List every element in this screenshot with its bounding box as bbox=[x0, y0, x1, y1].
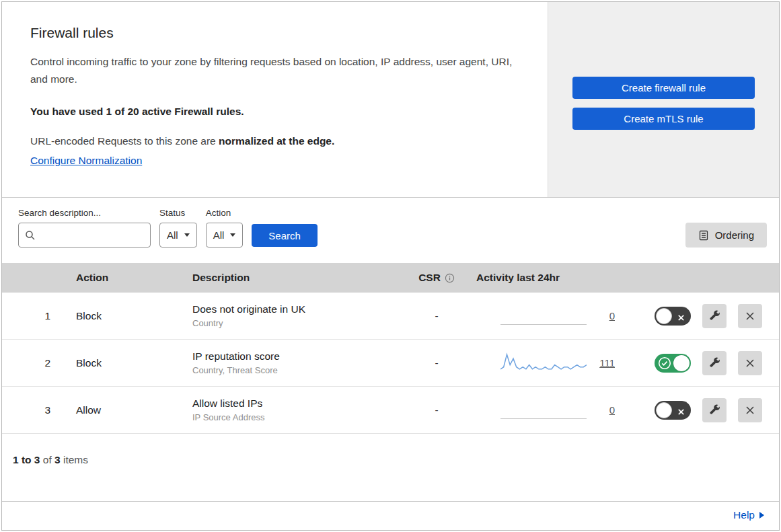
actions-panel: Create firewall rule Create mTLS rule bbox=[548, 2, 779, 197]
wrench-icon bbox=[709, 404, 720, 416]
firewall-rules-page: Firewall rules Control incoming traffic … bbox=[1, 1, 780, 531]
ordering-icon bbox=[698, 230, 709, 241]
x-icon bbox=[677, 406, 685, 418]
usage-summary: You have used 1 of 20 active Firewall ru… bbox=[30, 106, 519, 118]
status-filter-group: Status All bbox=[159, 208, 197, 248]
create-firewall-rule-button[interactable]: Create firewall rule bbox=[572, 77, 755, 99]
page-description: Control incoming traffic to your zone by… bbox=[30, 53, 519, 87]
rule-controls bbox=[632, 398, 779, 422]
page-title: Firewall rules bbox=[30, 25, 519, 41]
search-group: Search description... bbox=[18, 208, 151, 248]
rule-csr-value: - bbox=[400, 404, 474, 416]
wrench-icon bbox=[709, 357, 720, 369]
items-of-label: of bbox=[43, 454, 52, 465]
help-bar: Help bbox=[2, 501, 779, 530]
rule-description-text: Does not originate in UK bbox=[192, 303, 400, 315]
items-range: 1 to 3 bbox=[13, 454, 40, 465]
rule-priority: 2 bbox=[2, 357, 63, 369]
chevron-down-icon bbox=[230, 233, 235, 237]
csr-header-label: CSR bbox=[418, 272, 441, 284]
action-dropdown-value: All bbox=[213, 229, 225, 241]
status-label: Status bbox=[159, 208, 197, 218]
delete-rule-button[interactable] bbox=[738, 304, 762, 328]
rule-description: IP reputation score Country, Threat Scor… bbox=[179, 350, 400, 375]
activity-sparkline bbox=[500, 307, 587, 325]
description-column-header: Description bbox=[179, 272, 400, 284]
action-filter-group: Action All bbox=[206, 208, 244, 248]
activity-sparkline bbox=[500, 351, 587, 375]
action-label: Action bbox=[206, 208, 244, 218]
activity-count-link[interactable]: 0 bbox=[597, 404, 615, 416]
rule-criteria: Country bbox=[192, 318, 400, 328]
rule-criteria: IP Source Address bbox=[192, 412, 400, 422]
search-input[interactable] bbox=[40, 229, 144, 241]
normalization-prefix: URL-encoded Requests to this zone are bbox=[30, 135, 216, 147]
rule-priority: 1 bbox=[2, 310, 63, 322]
help-label: Help bbox=[733, 509, 755, 521]
info-icon[interactable] bbox=[445, 273, 455, 283]
filter-bar: Search description... Status All Action … bbox=[2, 198, 779, 263]
page-header-section: Firewall rules Control incoming traffic … bbox=[2, 2, 779, 198]
table-header-row: Action Description CSR Activity last 24h… bbox=[2, 263, 779, 293]
table-row: 1 Block Does not originate in UK Country… bbox=[2, 293, 779, 340]
rule-enabled-toggle[interactable] bbox=[655, 354, 691, 373]
search-button[interactable]: Search bbox=[252, 224, 318, 247]
edit-rule-button[interactable] bbox=[702, 351, 727, 375]
activity-sparkline bbox=[500, 402, 587, 419]
normalization-text: URL-encoded Requests to this zone are no… bbox=[30, 135, 519, 147]
action-dropdown[interactable]: All bbox=[206, 223, 244, 248]
wrench-icon bbox=[709, 310, 720, 321]
rule-csr-value: - bbox=[400, 310, 474, 322]
rule-activity: 111 bbox=[474, 351, 632, 375]
rule-action: Allow bbox=[63, 404, 179, 416]
rule-enabled-toggle[interactable] bbox=[655, 401, 691, 420]
status-dropdown[interactable]: All bbox=[159, 223, 197, 248]
close-icon bbox=[745, 311, 755, 321]
rule-action: Block bbox=[63, 310, 179, 322]
rule-enabled-toggle[interactable] bbox=[655, 307, 691, 326]
action-column-header: Action bbox=[63, 272, 179, 284]
status-dropdown-value: All bbox=[167, 229, 178, 241]
rule-priority: 3 bbox=[2, 404, 63, 416]
ordering-button[interactable]: Ordering bbox=[685, 223, 767, 248]
toggle-knob bbox=[656, 402, 672, 418]
rule-description-text: Allow listed IPs bbox=[192, 397, 400, 410]
delete-rule-button[interactable] bbox=[738, 351, 762, 375]
search-input-wrapper bbox=[18, 223, 151, 248]
x-icon bbox=[677, 312, 685, 324]
items-total: 3 bbox=[54, 454, 61, 465]
rule-controls bbox=[632, 304, 779, 328]
table-row: 3 Allow Allow listed IPs IP Source Addre… bbox=[2, 387, 779, 434]
table-footer: 1 to 3 of 3 items bbox=[2, 434, 779, 501]
arrow-right-icon bbox=[759, 512, 764, 519]
rule-activity: 0 bbox=[474, 402, 632, 419]
check-icon bbox=[658, 356, 671, 373]
normalization-bold: normalized at the edge. bbox=[219, 135, 334, 147]
ordering-label: Ordering bbox=[715, 229, 754, 241]
create-mtls-rule-button[interactable]: Create mTLS rule bbox=[572, 108, 755, 130]
csr-column-header: CSR bbox=[400, 272, 474, 284]
rule-csr-value: - bbox=[400, 357, 474, 369]
page-header-text: Firewall rules Control incoming traffic … bbox=[2, 2, 548, 197]
toggle-knob bbox=[673, 355, 690, 371]
rule-activity: 0 bbox=[474, 307, 632, 325]
table-row: 2 Block IP reputation score Country, Thr… bbox=[2, 340, 779, 387]
close-icon bbox=[745, 406, 755, 415]
configure-normalization-link[interactable]: Configure Normalization bbox=[30, 155, 142, 166]
delete-rule-button[interactable] bbox=[738, 398, 762, 422]
search-label: Search description... bbox=[18, 208, 151, 218]
chevron-down-icon bbox=[184, 233, 190, 237]
rule-action: Block bbox=[63, 357, 179, 369]
edit-rule-button[interactable] bbox=[702, 304, 727, 328]
activity-count-link[interactable]: 0 bbox=[597, 310, 615, 321]
activity-count-link[interactable]: 111 bbox=[597, 357, 615, 369]
toggle-knob bbox=[656, 308, 672, 324]
rule-description-text: IP reputation score bbox=[192, 350, 400, 363]
help-link[interactable]: Help bbox=[733, 509, 764, 521]
items-label: items bbox=[63, 454, 88, 465]
rule-description: Does not originate in UK Country bbox=[179, 303, 400, 328]
rule-criteria: Country, Threat Score bbox=[192, 365, 400, 375]
edit-rule-button[interactable] bbox=[702, 398, 727, 422]
rule-description: Allow listed IPs IP Source Address bbox=[179, 397, 400, 422]
activity-column-header: Activity last 24hr bbox=[474, 272, 632, 284]
